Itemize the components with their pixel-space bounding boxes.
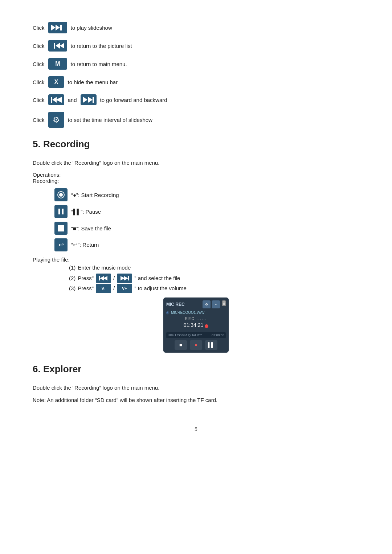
svg-marker-10 xyxy=(52,97,57,103)
click-label-4: Click xyxy=(33,79,45,85)
device-controls: ■ ● ▌▌ xyxy=(166,340,226,350)
device-file-icon: ◎ xyxy=(166,311,170,315)
svg-text:⚙: ⚙ xyxy=(53,115,60,124)
step3-text-post: " to adjust the volume xyxy=(134,283,187,294)
svg-rect-13 xyxy=(93,97,94,103)
page-number: 5 xyxy=(33,426,359,432)
step2-text-post: " and select the file xyxy=(134,273,180,284)
section5-title: 5. Recording xyxy=(33,139,359,150)
device-header: MIC REC ⚙ ← xyxy=(166,300,226,308)
device-quality-bar: HIGH COMM QUALITY 02:08:55 xyxy=(166,332,226,338)
instruction-time-interval: Click ⚙ to set the time interval of slid… xyxy=(33,112,359,128)
svg-rect-17 xyxy=(58,209,60,214)
section6-title: 6. Explorer xyxy=(33,364,359,375)
device-icons: ⚙ ← xyxy=(203,300,226,308)
step2-forward-icon xyxy=(117,274,132,283)
main-menu-text: to return to main menu. xyxy=(71,61,127,67)
close-x-icon: X xyxy=(48,76,64,88)
op-return-label: “↩”: Return xyxy=(71,242,99,248)
click-label-5: Click xyxy=(33,97,45,103)
svg-rect-2 xyxy=(60,25,62,30)
device-rec-text: REC ...... xyxy=(166,317,226,321)
svg-rect-3 xyxy=(54,43,55,49)
small-rewind-icon xyxy=(48,94,64,105)
device-quality-right: 02:08:55 xyxy=(212,333,224,337)
section5-intro: Double click the “Recording” logo on the… xyxy=(33,159,359,167)
svg-rect-19 xyxy=(58,225,64,231)
gear-icon: ⚙ xyxy=(48,112,64,128)
and-label: and xyxy=(68,97,77,103)
forward-double-icon xyxy=(48,22,67,33)
svg-rect-29 xyxy=(223,303,225,305)
svg-marker-1 xyxy=(56,25,60,30)
step-2: (2) Press" / " and xyxy=(69,273,359,284)
device-pause-btn: ▌▌ xyxy=(205,340,217,350)
section6-intro1: Double click the “Recording” logo on the… xyxy=(33,383,359,392)
step3-vol-up-icon: V+ xyxy=(117,284,132,293)
step1-text: Enter the music mode xyxy=(78,263,131,273)
op-pause-label: “▌▌”: Pause xyxy=(71,209,101,215)
record-circle-icon xyxy=(54,188,68,201)
return-picture-text: to return to the picture list xyxy=(71,43,132,49)
section6-intro2: Note: An additional folder “SD card” wil… xyxy=(33,396,359,405)
svg-text:X: X xyxy=(54,79,58,85)
svg-rect-21 xyxy=(99,276,100,280)
svg-text:M: M xyxy=(55,61,60,67)
device-filename: MICRECOOO1.WAV xyxy=(171,311,205,315)
device-file-info: ◎ MICRECOOO1.WAV xyxy=(166,311,226,315)
playing-steps: (1) Enter the music mode (2) Press" / xyxy=(69,263,359,294)
svg-marker-12 xyxy=(88,97,93,103)
section-recording: 5. Recording Double click the “Recording… xyxy=(33,139,359,353)
step3-text-pre: Press" xyxy=(78,283,94,294)
svg-text:V-: V- xyxy=(102,286,106,291)
svg-marker-4 xyxy=(60,43,64,49)
svg-marker-9 xyxy=(56,97,62,103)
play-slideshow-text: to play slideshow xyxy=(71,25,112,31)
op-save-label: “■”: Save the file xyxy=(71,225,111,231)
svg-marker-0 xyxy=(51,25,56,30)
playing-block: Playing the file: (1) Enter the music mo… xyxy=(33,257,359,294)
svg-marker-5 xyxy=(56,43,60,49)
op-item-save: “■”: Save the file xyxy=(54,222,359,235)
fwd-bwd-text: to go forward and backward xyxy=(100,97,167,103)
operations-block: Operations: Recording: xyxy=(33,172,359,184)
section-explorer: 6. Explorer Double click the “Recording”… xyxy=(33,364,359,405)
save-square-icon xyxy=(54,222,68,235)
step1-num: (1) xyxy=(69,263,75,273)
device-back-icon: ← xyxy=(212,300,220,308)
rewind-double-icon xyxy=(48,40,67,52)
hide-menu-text: to hide the menu bar xyxy=(68,79,118,85)
small-forward-icon xyxy=(81,94,97,105)
step2-slash: / xyxy=(113,273,115,284)
recording-label: Recording: xyxy=(33,178,359,184)
device-timer-row: 01:34:21 xyxy=(166,322,226,330)
op-item-pause: “▌▌”: Pause xyxy=(54,205,359,218)
device-title: MIC REC xyxy=(166,302,185,307)
step2-text-pre: Press" xyxy=(78,273,94,284)
step2-rewind-icon xyxy=(96,274,111,283)
device-rec-circle xyxy=(205,324,208,328)
device-gear-icon: ⚙ xyxy=(203,300,211,308)
device-timer: 01:34:21 xyxy=(184,322,204,328)
op-item-record: “●”: Start Recording xyxy=(54,188,359,201)
click-label-2: Click xyxy=(33,43,45,49)
svg-rect-26 xyxy=(128,276,129,280)
step-3: (3) Press" V- / V+ " to adjust the volum… xyxy=(69,283,359,294)
device-stop-btn: ■ xyxy=(175,340,187,350)
click-label-3: Click xyxy=(33,61,45,67)
svg-marker-23 xyxy=(100,276,104,280)
click-label: Click xyxy=(33,25,45,31)
step3-num: (3) xyxy=(69,283,75,294)
menu-icon: M xyxy=(48,58,67,70)
instruction-hide-menu: Click X to hide the menu bar xyxy=(33,76,359,88)
step-1: (1) Enter the music mode xyxy=(69,263,359,273)
svg-rect-8 xyxy=(51,97,52,103)
instruction-fwd-bwd: Click and to go forward and backward xyxy=(33,94,359,105)
device-lock-icon xyxy=(222,300,226,306)
step2-num: (2) xyxy=(69,273,75,284)
svg-rect-18 xyxy=(62,209,64,214)
device-record-btn: ● xyxy=(190,340,202,350)
return-arrow-icon: ↩ xyxy=(54,238,68,251)
step3-slash: / xyxy=(113,283,115,294)
svg-point-16 xyxy=(59,193,63,197)
